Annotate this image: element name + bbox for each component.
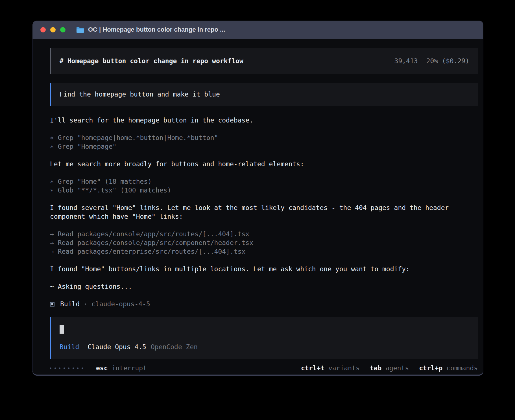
spinner-dot — [54, 368, 56, 369]
assistant-message: I found several "Home" links. Let me loo… — [50, 204, 478, 221]
close-button[interactable] — [40, 27, 46, 32]
mode-label[interactable]: Build — [60, 343, 79, 351]
shortcut-key: ctrl+p — [419, 364, 442, 372]
shortcut-variants: ctrl+t variants — [301, 364, 360, 373]
text-cursor[interactable] — [60, 325, 64, 334]
tool-call-grep: ∗ Grep "Homepage" — [50, 142, 478, 151]
shortcut-key: tab — [370, 364, 382, 372]
shortcut-commands: ctrl+p commands — [419, 364, 478, 373]
session-header: # Homepage button color change in repo w… — [50, 48, 478, 74]
shortcut-hints: ctrl+t variants tab agents ctrl+p comman… — [301, 364, 478, 373]
tool-call-read: → Read packages/console/app/src/routes/[… — [50, 230, 478, 239]
terminal-window: OC | Homepage button color change in rep… — [32, 21, 483, 376]
shortcut-interrupt: esc interrupt — [96, 364, 147, 373]
zoom-button[interactable] — [60, 27, 66, 32]
shortcut-key: ctrl+t — [301, 364, 324, 372]
status-bar: esc interrupt ctrl+t variants tab agents… — [50, 364, 478, 373]
spinner-dot — [50, 368, 51, 369]
session-title: # Homepage button color change in repo w… — [60, 57, 243, 65]
shortcut-agents: tab agents — [370, 364, 409, 373]
tool-call-glob: ∗ Glob "**/*.tsx" (100 matches) — [50, 186, 478, 195]
window-titlebar[interactable]: OC | Homepage button color change in rep… — [32, 21, 483, 39]
spinner-dot — [64, 368, 65, 369]
shortcut-label: commands — [446, 364, 478, 372]
provider-label: OpenCode Zen — [151, 343, 198, 351]
token-count: 39,413 — [394, 57, 418, 65]
window-title: OC | Homepage button color change in rep… — [88, 26, 225, 33]
tool-call-group: → Read packages/console/app/src/routes/[… — [50, 230, 478, 256]
minimize-button[interactable] — [50, 27, 56, 32]
assistant-status-line: ~ Asking questions... — [50, 282, 478, 291]
prompt-input[interactable]: Build Claude Opus 4.5 OpenCode Zen — [50, 317, 478, 359]
shortcut-label: interrupt — [112, 364, 147, 372]
spinner-dot — [59, 368, 60, 369]
folder-icon — [76, 27, 84, 33]
terminal-content: # Homepage button color change in repo w… — [32, 39, 483, 373]
user-message-text: Find the homepage button and make it blu… — [60, 91, 220, 98]
assistant-message: Let me search more broadly for buttons a… — [50, 160, 478, 169]
tool-call-read: → Read packages/console/app/src/componen… — [50, 239, 478, 247]
titlebar-title-group: OC | Homepage button color change in rep… — [76, 26, 225, 33]
spinner-dots — [50, 368, 83, 369]
session-meta: 39,413 20% ($0.29) — [394, 57, 469, 65]
tool-call-grep: ∗ Grep "Home" (18 matches) — [50, 177, 478, 186]
agent-separator: · — [84, 300, 88, 309]
spinner-dot — [68, 368, 69, 369]
tool-call-read: → Read packages/enterprise/src/routes/[.… — [50, 247, 478, 256]
spinner-dot — [73, 368, 74, 369]
spinner-dot — [82, 368, 83, 369]
assistant-message: I found "Home" buttons/links in multiple… — [50, 265, 478, 274]
tool-call-group: ∗ Grep "Home" (18 matches) ∗ Glob "**/*.… — [50, 177, 478, 195]
assistant-message: I'll search for the homepage button in t… — [50, 116, 478, 125]
agent-name: Build — [60, 300, 80, 309]
prompt-meta: Build Claude Opus 4.5 OpenCode Zen — [60, 343, 469, 351]
model-label[interactable]: Claude Opus 4.5 — [88, 343, 146, 351]
agent-icon — [50, 302, 54, 307]
shortcut-label: variants — [328, 364, 360, 372]
tool-call-grep: ∗ Grep "homepage|home.*button|Home.*butt… — [50, 134, 478, 142]
shortcut-label: agents — [385, 364, 409, 372]
user-message: Find the homepage button and make it blu… — [50, 83, 478, 106]
spinner-dot — [77, 368, 78, 369]
context-cost: 20% ($0.29) — [426, 57, 469, 65]
tool-call-group: ∗ Grep "homepage|home.*button|Home.*butt… — [50, 134, 478, 151]
agent-model: claude-opus-4-5 — [91, 300, 150, 309]
agent-status-line: Build · claude-opus-4-5 — [50, 300, 478, 309]
shortcut-key: esc — [96, 364, 108, 372]
traffic-lights — [40, 27, 66, 32]
